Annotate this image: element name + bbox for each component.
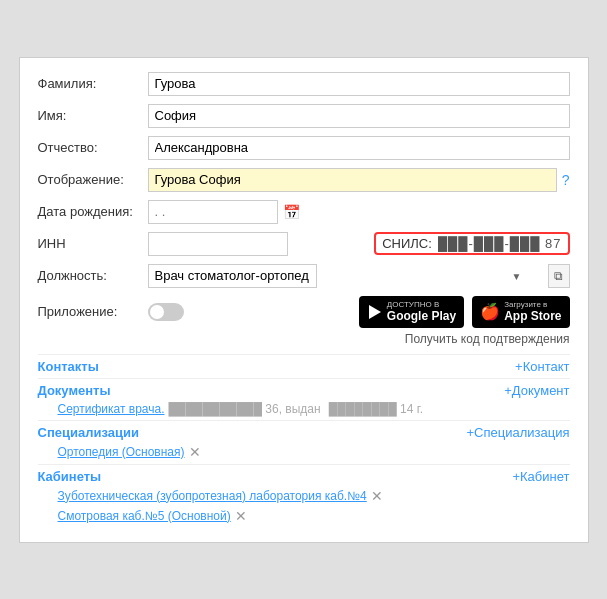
dolzhnost-select-wrapper: Врач стоматолог-ортопед <box>148 264 546 288</box>
dolzhnost-row: Должность: Врач стоматолог-ортопед ⧉ <box>38 264 570 288</box>
document-item-link[interactable]: Сертификат врача. <box>58 402 165 416</box>
app-store-button[interactable]: 🍎 Загрузите в App Store <box>472 296 569 328</box>
toggle-switch[interactable] <box>148 303 184 321</box>
calendar-icon[interactable]: 📅 <box>283 204 300 220</box>
familiya-label: Фамилия: <box>38 76 148 91</box>
google-play-big-text: Google Play <box>387 309 456 323</box>
main-form: Фамилия: Имя: Отчество: Отображение: ? Д… <box>19 57 589 543</box>
divider-4 <box>38 464 570 465</box>
cab2-link[interactable]: Смотровая каб.№5 (Основной) <box>58 509 231 523</box>
kabinety-label: Кабинеты <box>38 469 513 484</box>
otobrazhenie-input[interactable] <box>148 168 557 192</box>
familiya-row: Фамилия: <box>38 72 570 96</box>
inn-label: ИНН <box>38 236 148 251</box>
add-document-link[interactable]: +Документ <box>504 383 569 398</box>
app-store-small-text: Загрузите в <box>504 300 561 309</box>
document-item-middle: ███████████ 36, выдан <box>169 402 321 416</box>
otchestvo-row: Отчество: <box>38 136 570 160</box>
kabinety-section-row: Кабинеты +Кабинет <box>38 469 570 484</box>
divider-3 <box>38 420 570 421</box>
snils-label: СНИЛС: <box>382 236 432 251</box>
otchestvo-input[interactable] <box>148 136 570 160</box>
cab1-item: Зуботехническая (зубопротезная) лаборато… <box>58 488 570 504</box>
divider-1 <box>38 354 570 355</box>
spec-close-icon[interactable]: ✕ <box>189 444 201 460</box>
imya-row: Имя: <box>38 104 570 128</box>
divider-2 <box>38 378 570 379</box>
cab2-item: Смотровая каб.№5 (Основной) ✕ <box>58 508 570 524</box>
familiya-input[interactable] <box>148 72 570 96</box>
copy-button[interactable]: ⧉ <box>548 264 570 288</box>
snils-box: СНИЛС: ███-███-███ 87 <box>374 232 569 255</box>
google-play-icon <box>367 304 383 320</box>
google-play-small-text: ДОСТУПНО В <box>387 300 456 309</box>
contacts-label: Контакты <box>38 359 516 374</box>
inn-snils-row: ИНН СНИЛС: ███-███-███ 87 <box>38 232 570 256</box>
documents-section-row: Документы +Документ <box>38 383 570 398</box>
app-store-texts: Загрузите в App Store <box>504 300 561 323</box>
add-contact-link[interactable]: +Контакт <box>515 359 569 374</box>
specialization-label: Специализации <box>38 425 467 440</box>
google-play-texts: ДОСТУПНО В Google Play <box>387 300 456 323</box>
cab1-link[interactable]: Зуботехническая (зубопротезная) лаборато… <box>58 489 367 503</box>
dob-row: Дата рождения: 📅 <box>38 200 570 224</box>
app-store-big-text: App Store <box>504 309 561 323</box>
document-item: Сертификат врача. ███████████ 36, выдан … <box>58 402 570 416</box>
document-item-end: ████████ 14 г. <box>329 402 423 416</box>
spec-item-link[interactable]: Ортопедия (Основная) <box>58 445 185 459</box>
dob-input[interactable] <box>148 200 278 224</box>
imya-label: Имя: <box>38 108 148 123</box>
dob-label: Дата рождения: <box>38 204 148 219</box>
prilozhenie-label: Приложение: <box>38 304 148 319</box>
svg-marker-0 <box>369 305 381 319</box>
add-specialization-link[interactable]: +Специализация <box>467 425 570 440</box>
prilozhenie-row: Приложение: ДОСТУПНО В Google Play 🍎 Заг… <box>38 296 570 328</box>
add-kabinet-link[interactable]: +Кабинет <box>512 469 569 484</box>
specialization-section-row: Специализации +Специализация <box>38 425 570 440</box>
question-mark-icon[interactable]: ? <box>562 172 570 188</box>
otobrazhenie-label: Отображение: <box>38 172 148 187</box>
documents-label: Документы <box>38 383 505 398</box>
dolzhnost-label: Должность: <box>38 268 148 283</box>
spec-item: Ортопедия (Основная) ✕ <box>58 444 570 460</box>
dolzhnost-select[interactable]: Врач стоматолог-ортопед <box>148 264 317 288</box>
cab2-close-icon[interactable]: ✕ <box>235 508 247 524</box>
snils-value: ███-███-███ 87 <box>438 236 562 251</box>
contacts-section-row: Контакты +Контакт <box>38 359 570 374</box>
apple-icon: 🍎 <box>480 304 500 320</box>
inn-input[interactable] <box>148 232 288 256</box>
confirm-code-row: Получить код подтверждения <box>38 332 570 346</box>
otchestvo-label: Отчество: <box>38 140 148 155</box>
imya-input[interactable] <box>148 104 570 128</box>
cab1-close-icon[interactable]: ✕ <box>371 488 383 504</box>
store-buttons: ДОСТУПНО В Google Play 🍎 Загрузите в App… <box>359 296 570 328</box>
confirm-code-link[interactable]: Получить код подтверждения <box>405 332 570 346</box>
google-play-button[interactable]: ДОСТУПНО В Google Play <box>359 296 464 328</box>
otobrazhenie-row: Отображение: ? <box>38 168 570 192</box>
